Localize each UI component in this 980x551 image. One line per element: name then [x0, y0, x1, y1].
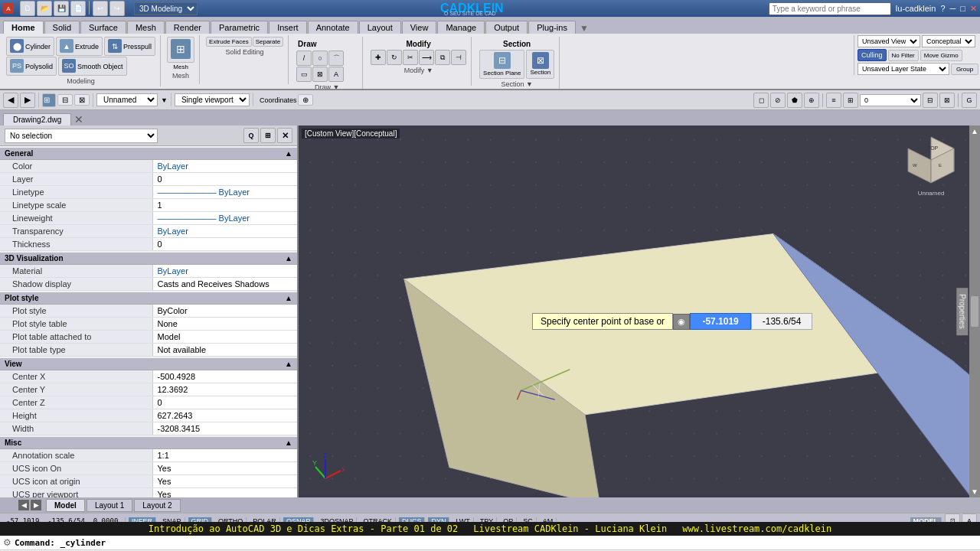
props-toggle-btn[interactable]: ⊞ — [260, 128, 276, 143]
redo-btn[interactable]: ↪ — [109, 1, 125, 16]
smooth-object-btn[interactable]: SO Smooth Object — [58, 57, 127, 76]
max-btn[interactable]: □ — [960, 4, 965, 13]
mesh-btn[interactable]: ⊞ — [167, 37, 194, 63]
save-as-btn[interactable]: 📄 — [70, 1, 86, 16]
extend-btn[interactable]: ⟶ — [419, 50, 434, 65]
draw-hatch-btn[interactable]: ⊠ — [312, 67, 328, 82]
move-btn[interactable]: ✚ — [371, 50, 386, 65]
view-btn2[interactable]: ⊟ — [57, 94, 73, 106]
tab-mesh[interactable]: Mesh — [127, 21, 165, 34]
ribbon-expand[interactable]: ▼ — [577, 23, 592, 34]
plot-style-value[interactable]: ByColor — [153, 305, 298, 317]
unnamed-dropdown[interactable]: Unnamed — [96, 93, 158, 106]
selection-btn2[interactable]: ⊘ — [770, 93, 786, 108]
draw-arc-btn[interactable]: ⌒ — [328, 51, 344, 66]
material-value[interactable]: ByLayer — [153, 265, 298, 277]
ucs-icon-on-value[interactable]: Yes — [153, 462, 298, 474]
model-tab[interactable]: Model — [46, 499, 85, 512]
conceptual-dropdown[interactable]: Conceptual — [922, 35, 975, 47]
tab-home[interactable]: Home — [3, 21, 44, 34]
tab-render[interactable]: Render — [165, 21, 210, 34]
layer-btn2[interactable]: ⊞ — [843, 93, 858, 108]
plot-style-table-value[interactable]: None — [153, 318, 298, 330]
draw-rect-btn[interactable]: ▭ — [296, 67, 312, 82]
no-filter-btn[interactable]: No Filter — [888, 50, 919, 61]
tab-solid[interactable]: Solid — [44, 21, 80, 34]
workspace-dropdown[interactable]: 3D Modeling — [134, 2, 198, 15]
width-value[interactable]: -3208.3415 — [153, 422, 298, 435]
3d-viz-section-header[interactable]: 3D Visualization ▲ — [0, 253, 297, 265]
extrude-btn[interactable]: ▲ Extrude — [56, 37, 103, 56]
save-btn[interactable]: 💾 — [54, 1, 69, 16]
tab-output[interactable]: Output — [485, 21, 528, 34]
plot-style-section-header[interactable]: Plot style ▲ — [0, 292, 297, 305]
shadow-display-value[interactable]: Casts and Receives Shadows — [153, 278, 298, 290]
scroll-up-btn[interactable]: ▲ — [971, 127, 978, 135]
layer-select[interactable]: 0 — [860, 94, 921, 106]
tab-plugins[interactable]: Plug-ins — [528, 21, 576, 34]
extrude-faces-btn[interactable]: Extrude Faces — [206, 37, 252, 47]
single-viewport-dropdown[interactable]: Single viewport — [175, 93, 250, 106]
draw-text-btn[interactable]: A — [328, 67, 344, 82]
cmd-tooltip-value2[interactable]: -135.6/54 — [751, 313, 812, 330]
viewport[interactable]: [Custom View][Conceptual] — [299, 126, 969, 497]
center-x-value[interactable]: -500.4928 — [153, 370, 298, 383]
separate-btn[interactable]: Separate — [253, 37, 283, 47]
help-btn[interactable]: ? — [940, 4, 945, 13]
move-gizmo-btn[interactable]: Move Gizmo — [920, 50, 962, 61]
draw-line-btn[interactable]: / — [296, 51, 312, 66]
section-plane-btn[interactable]: ⊟ Section Plane — [479, 50, 524, 79]
annotation-scale-value[interactable]: 1:1 — [153, 449, 298, 461]
nav-left-btn[interactable]: ◀ — [3, 93, 18, 108]
section-plane2-btn[interactable]: ⊠ Section — [526, 50, 554, 79]
ucs-per-viewport-value[interactable]: Yes — [153, 488, 298, 497]
scroll-down-btn[interactable]: ▼ — [971, 487, 978, 496]
transparency-value[interactable]: ByLayer — [153, 225, 298, 237]
general-section-header[interactable]: General ▲ — [0, 148, 297, 160]
right-scrollbar[interactable]: ▲ ▼ — [969, 126, 980, 497]
open-btn[interactable]: 📂 — [37, 1, 52, 16]
min-btn[interactable]: ─ — [950, 4, 956, 13]
cmd-tooltip-value1[interactable]: -57.1019 — [690, 313, 751, 330]
scroll-thumb[interactable] — [971, 296, 978, 327]
coordinates-btn[interactable]: ⊕ — [298, 94, 313, 106]
nav-cube[interactable]: TOP W E Unnamed — [900, 133, 962, 194]
cylinder-btn[interactable]: ⬤ Cylinder — [6, 37, 54, 56]
thickness-value[interactable]: 0 — [153, 238, 298, 250]
tab-insert[interactable]: Insert — [269, 21, 307, 34]
layer-state-dropdown[interactable]: Unsaved Layer State — [858, 63, 949, 75]
rotate-btn[interactable]: ↻ — [387, 50, 402, 65]
close-btn[interactable]: ✕ — [970, 4, 977, 14]
layout1-tab[interactable]: Layout 1 — [87, 499, 132, 512]
plot-table-type-value[interactable]: Not available — [153, 344, 298, 356]
new-btn[interactable]: 🗋 — [20, 1, 35, 16]
undo-btn[interactable]: ↩ — [93, 1, 108, 16]
tab-parametric[interactable]: Parametric — [211, 21, 268, 34]
tab-layout[interactable]: Layout — [359, 21, 401, 34]
search-input[interactable] — [769, 2, 891, 15]
linetype-scale-value[interactable]: 1 — [153, 199, 298, 211]
presspull-btn[interactable]: ⇅ Presspull — [104, 37, 155, 56]
properties-side-tab[interactable]: Properties — [957, 288, 969, 335]
viewport-dropdown[interactable]: Unsaved View — [858, 35, 920, 47]
ucs-icon-at-origin-value[interactable]: Yes — [153, 475, 298, 487]
layer-btn3[interactable]: ⊟ — [923, 93, 938, 108]
view-section-header[interactable]: View ▲ — [0, 358, 297, 370]
height-value[interactable]: 627.2643 — [153, 409, 298, 422]
polysolid-btn[interactable]: PS Polysolid — [6, 57, 57, 76]
culling-btn[interactable]: Culling — [858, 49, 887, 61]
nav-right-btn[interactable]: ▶ — [20, 93, 35, 108]
tab-view[interactable]: View — [402, 21, 437, 34]
color-value[interactable]: ByLayer — [153, 160, 298, 172]
plot-table-attached-value[interactable]: Model — [153, 331, 298, 343]
tab-manage[interactable]: Manage — [437, 21, 485, 34]
close-doc-btn[interactable]: ✕ — [71, 113, 87, 126]
selection-btn1[interactable]: ◻ — [753, 93, 769, 108]
tab-annotate[interactable]: Annotate — [308, 21, 358, 34]
tab-surface[interactable]: Surface — [80, 21, 126, 34]
group-btn[interactable]: Group — [951, 64, 978, 75]
selection-btn4[interactable]: ⊕ — [804, 93, 819, 108]
center-z-value[interactable]: 0 — [153, 396, 298, 409]
linetype-value[interactable]: ——————— ByLayer — [153, 186, 298, 198]
lineweight-value[interactable]: ——————— ByLayer — [153, 212, 298, 224]
